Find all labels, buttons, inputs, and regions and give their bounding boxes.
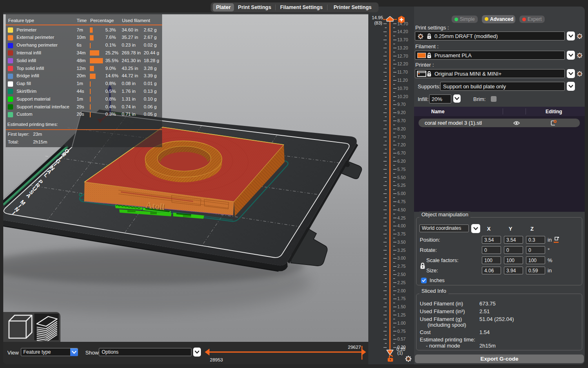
svg-text:10.70: 10.70 (397, 86, 408, 91)
svg-text:12.70: 12.70 (397, 54, 408, 58)
svg-text:9.20: 9.20 (397, 110, 406, 115)
svg-text:29627: 29627 (348, 345, 361, 350)
svg-text:3.75: 3.75 (397, 231, 406, 236)
svg-text:4.50: 4.50 (397, 207, 406, 212)
svg-text:2.00: 2.00 (397, 288, 406, 293)
svg-text:11.70: 11.70 (397, 70, 408, 74)
svg-text:5.00: 5.00 (397, 191, 406, 196)
svg-text:4.00: 4.00 (397, 223, 406, 228)
svg-text:(1): (1) (397, 350, 403, 355)
svg-text:0.75: 0.75 (397, 329, 406, 334)
svg-text:8.20: 8.20 (397, 126, 406, 131)
svg-text:1.25: 1.25 (397, 312, 406, 317)
svg-text:3.25: 3.25 (397, 248, 406, 253)
svg-text:2.50: 2.50 (397, 272, 406, 277)
svg-text:3.50: 3.50 (397, 240, 406, 245)
svg-text:1.75: 1.75 (397, 296, 406, 301)
svg-text:2.75: 2.75 (397, 264, 406, 269)
svg-text:9.70: 9.70 (397, 102, 406, 107)
svg-text:13.20: 13.20 (397, 45, 408, 50)
svg-text:10.20: 10.20 (397, 94, 408, 99)
svg-text:2.25: 2.25 (397, 280, 406, 285)
svg-text:4.25: 4.25 (397, 215, 406, 220)
svg-text:6.70: 6.70 (397, 150, 406, 155)
svg-text:11.20: 11.20 (397, 78, 408, 83)
svg-text:4.75: 4.75 (397, 199, 406, 204)
svg-text:3.00: 3.00 (397, 256, 406, 260)
svg-text:12.20: 12.20 (397, 61, 408, 66)
svg-text:5.75: 5.75 (397, 167, 406, 172)
svg-text:0.57: 0.57 (397, 337, 406, 341)
svg-text:28953: 28953 (210, 357, 223, 362)
svg-text:14.95: 14.95 (372, 15, 383, 20)
svg-text:7.70: 7.70 (397, 135, 406, 139)
svg-text:7.20: 7.20 (397, 142, 406, 147)
svg-text:8.70: 8.70 (397, 118, 406, 123)
svg-text:1.00: 1.00 (397, 321, 406, 325)
svg-text:14.20: 14.20 (397, 29, 408, 34)
svg-text:13.70: 13.70 (397, 37, 408, 42)
svg-text:(83): (83) (374, 20, 382, 25)
svg-text:1.50: 1.50 (397, 304, 406, 309)
svg-text:6.20: 6.20 (397, 159, 406, 164)
svg-text:5.50: 5.50 (397, 175, 406, 180)
svg-text:5.25: 5.25 (397, 183, 406, 188)
